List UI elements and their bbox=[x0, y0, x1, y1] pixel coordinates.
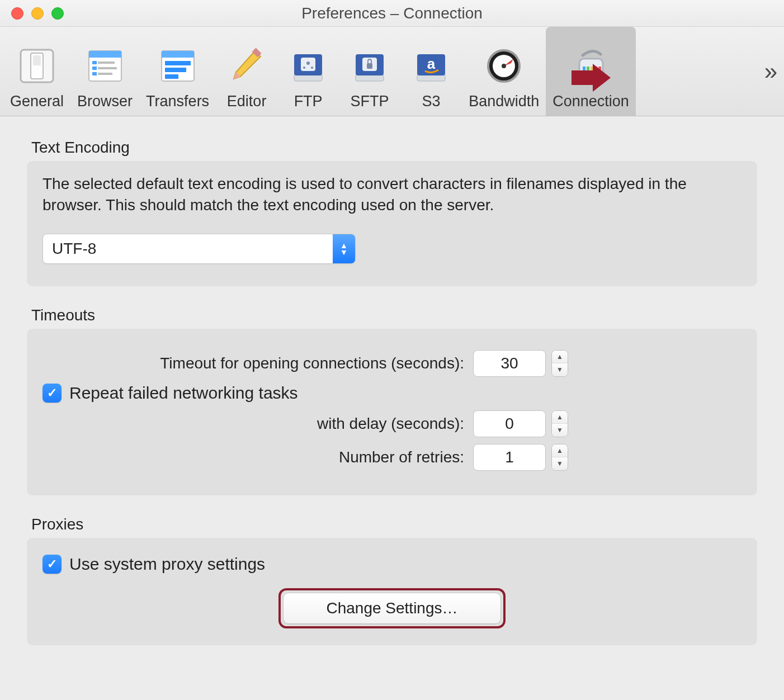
tab-label: Bandwidth bbox=[469, 93, 539, 110]
general-icon bbox=[15, 44, 59, 88]
svg-rect-37 bbox=[583, 67, 585, 74]
change-settings-button[interactable]: Change Settings… bbox=[283, 593, 501, 624]
section-title-encoding: Text Encoding bbox=[31, 139, 757, 157]
svg-rect-14 bbox=[165, 68, 186, 72]
section-title-proxies: Proxies bbox=[31, 515, 757, 533]
use-system-proxy-label: Use system proxy settings bbox=[69, 555, 265, 574]
encoding-dropdown[interactable]: UTF-8 ▲ ▼ bbox=[42, 234, 356, 264]
tab-sftp[interactable]: SFTP bbox=[339, 27, 400, 116]
tab-s3[interactable]: a S3 bbox=[400, 27, 462, 116]
ftp-icon bbox=[286, 44, 330, 88]
tab-browser[interactable]: Browser bbox=[70, 27, 139, 116]
svg-rect-40 bbox=[594, 67, 597, 74]
editor-icon bbox=[224, 44, 269, 88]
tab-label: S3 bbox=[422, 93, 441, 110]
stepper-down-icon[interactable]: ▼ bbox=[552, 457, 568, 470]
repeat-checkbox[interactable]: ✓ bbox=[42, 384, 62, 403]
row-timeout: Timeout for opening connections (seconds… bbox=[42, 350, 742, 377]
retries-label: Number of retries: bbox=[42, 448, 473, 466]
panel-proxies: ✓ Use system proxy settings Change Setti… bbox=[27, 538, 757, 645]
svg-rect-7 bbox=[92, 67, 97, 70]
titlebar: Preferences – Connection bbox=[0, 0, 784, 27]
svg-point-22 bbox=[306, 62, 310, 65]
stepper-down-icon[interactable]: ▼ bbox=[552, 424, 568, 437]
dropdown-arrows-icon: ▲ ▼ bbox=[333, 234, 355, 263]
toolbar-overflow-button[interactable]: » bbox=[764, 58, 777, 85]
annotation-highlight: Change Settings… bbox=[278, 588, 506, 628]
s3-icon: a bbox=[409, 44, 454, 88]
encoding-description: The selected default text encoding is us… bbox=[42, 173, 742, 216]
svg-rect-39 bbox=[591, 67, 593, 74]
preferences-toolbar: General Browser Transfers bbox=[0, 27, 784, 116]
repeat-label: Repeat failed networking tasks bbox=[69, 384, 298, 403]
section-title-timeouts: Timeouts bbox=[31, 306, 757, 324]
row-use-system-proxy: ✓ Use system proxy settings bbox=[42, 555, 742, 574]
browser-icon bbox=[83, 44, 127, 88]
svg-rect-9 bbox=[92, 72, 97, 75]
svg-point-23 bbox=[303, 67, 305, 69]
timeout-label: Timeout for opening connections (seconds… bbox=[42, 354, 473, 372]
window-controls bbox=[0, 7, 64, 20]
row-repeat-failed: ✓ Repeat failed networking tasks bbox=[42, 384, 742, 403]
delay-stepper[interactable]: ▲ ▼ bbox=[551, 410, 568, 437]
panel-timeouts: Timeout for opening connections (seconds… bbox=[27, 329, 757, 495]
svg-rect-6 bbox=[98, 62, 115, 64]
zoom-window-button[interactable] bbox=[51, 7, 64, 20]
tab-label: Transfers bbox=[146, 93, 209, 110]
sftp-icon bbox=[347, 44, 392, 88]
encoding-value: UTF-8 bbox=[43, 240, 333, 258]
tab-label: Browser bbox=[77, 93, 133, 110]
panel-encoding: The selected default text encoding is us… bbox=[27, 161, 757, 286]
window-title: Preferences – Connection bbox=[0, 4, 784, 22]
svg-rect-8 bbox=[98, 67, 117, 69]
svg-rect-15 bbox=[165, 74, 178, 79]
stepper-down-icon[interactable]: ▼ bbox=[552, 363, 568, 376]
timeout-input[interactable]: 30 bbox=[473, 350, 546, 377]
row-delay: with delay (seconds): 0 ▲ ▼ bbox=[42, 410, 742, 437]
stepper-up-icon[interactable]: ▲ bbox=[552, 411, 568, 424]
svg-rect-2 bbox=[33, 55, 41, 65]
preferences-content: Text Encoding The selected default text … bbox=[0, 116, 784, 645]
delay-input[interactable]: 0 bbox=[473, 410, 546, 437]
tab-bandwidth[interactable]: Bandwidth bbox=[462, 27, 546, 116]
minimize-window-button[interactable] bbox=[31, 7, 44, 20]
bandwidth-icon bbox=[481, 44, 526, 88]
tab-label: Connection bbox=[552, 93, 629, 110]
tab-ftp[interactable]: FTP bbox=[277, 27, 339, 116]
stepper-up-icon[interactable]: ▲ bbox=[552, 351, 568, 364]
stepper-up-icon[interactable]: ▲ bbox=[552, 444, 568, 458]
svg-text:a: a bbox=[427, 55, 436, 72]
svg-rect-28 bbox=[367, 63, 372, 69]
close-window-button[interactable] bbox=[11, 7, 23, 20]
row-retries: Number of retries: 1 ▲ ▼ bbox=[42, 444, 742, 471]
tab-label: FTP bbox=[294, 93, 323, 110]
change-settings-wrap: Change Settings… bbox=[42, 588, 742, 628]
svg-rect-13 bbox=[165, 61, 191, 65]
svg-rect-12 bbox=[162, 51, 194, 58]
timeout-stepper[interactable]: ▲ ▼ bbox=[551, 350, 568, 377]
tab-general[interactable]: General bbox=[3, 27, 70, 116]
use-system-proxy-checkbox[interactable]: ✓ bbox=[42, 555, 62, 574]
svg-point-24 bbox=[311, 67, 313, 69]
svg-rect-10 bbox=[98, 73, 112, 75]
delay-label: with delay (seconds): bbox=[42, 415, 473, 433]
svg-rect-41 bbox=[598, 67, 601, 74]
connection-icon bbox=[569, 44, 613, 88]
svg-rect-38 bbox=[587, 67, 589, 74]
tab-label: Editor bbox=[227, 93, 267, 110]
tab-connection[interactable]: Connection bbox=[546, 27, 636, 116]
tab-transfers[interactable]: Transfers bbox=[139, 27, 216, 116]
svg-point-35 bbox=[502, 64, 506, 68]
tab-editor[interactable]: Editor bbox=[216, 27, 277, 116]
tab-label: General bbox=[10, 93, 64, 110]
svg-rect-4 bbox=[89, 51, 121, 58]
transfers-icon bbox=[155, 44, 200, 88]
tab-label: SFTP bbox=[351, 93, 389, 110]
svg-rect-5 bbox=[92, 61, 97, 64]
retries-input[interactable]: 1 bbox=[473, 444, 546, 471]
retries-stepper[interactable]: ▲ ▼ bbox=[551, 444, 568, 471]
